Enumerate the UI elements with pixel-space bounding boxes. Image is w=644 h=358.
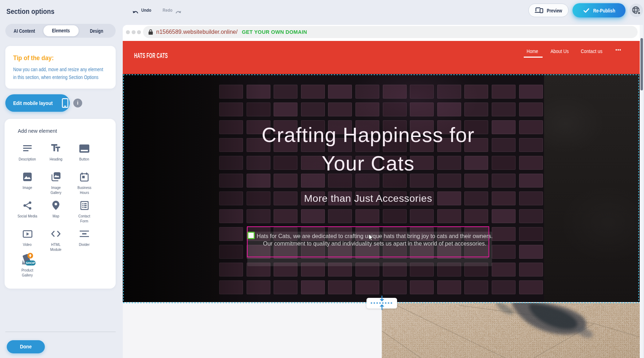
svg-text:SHOP: SHOP xyxy=(26,261,36,265)
